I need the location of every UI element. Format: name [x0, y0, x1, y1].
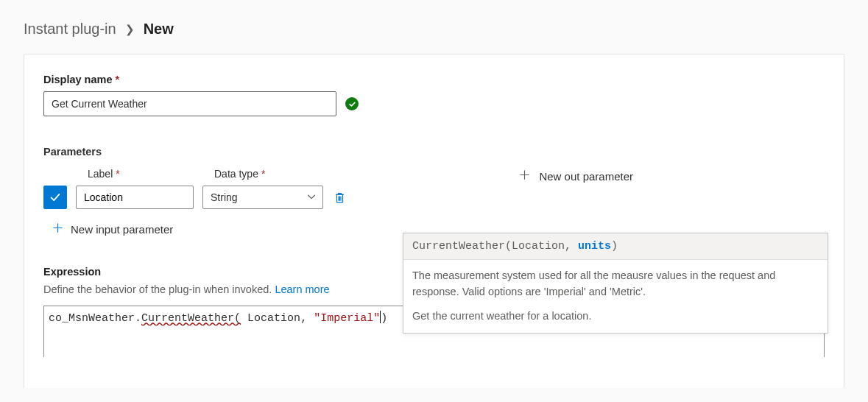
param-datatype-value: String [211, 191, 238, 203]
editor-panel: Display name* Parameters Label* Data typ… [24, 54, 844, 388]
breadcrumb: Instant plug-in ❯ New [24, 21, 844, 38]
learn-more-link[interactable]: Learn more [275, 283, 329, 295]
param-col-label: Label* [88, 168, 214, 180]
plus-icon [519, 169, 530, 183]
parameters-heading: Parameters [43, 146, 825, 158]
param-col-datatype: Data type* [214, 168, 341, 180]
param-label-input[interactable] [76, 186, 194, 209]
param-checkbox[interactable] [43, 186, 67, 209]
param-datatype-select[interactable]: String [202, 186, 323, 209]
breadcrumb-current: New [144, 21, 174, 38]
tooltip-signature: CurrentWeather(Location, units) [403, 233, 828, 260]
tooltip-function-description: Get the current weather for a location. [412, 308, 819, 324]
display-name-input[interactable] [43, 91, 336, 116]
check-circle-icon [345, 97, 359, 110]
add-input-param-label: New input parameter [71, 223, 173, 236]
display-name-label: Display name* [43, 74, 825, 85]
intellisense-tooltip: CurrentWeather(Location, units) The meas… [403, 233, 828, 334]
add-input-param-button[interactable]: New input parameter [52, 222, 173, 236]
chevron-right-icon: ❯ [125, 23, 135, 36]
plus-icon [52, 222, 63, 236]
add-out-param-label: New out parameter [539, 170, 633, 183]
delete-param-button[interactable] [332, 190, 347, 205]
tooltip-param-description: The measurement system used for all the … [412, 267, 819, 300]
chevron-down-icon [306, 191, 317, 204]
param-row: String [43, 186, 347, 209]
add-out-param-button[interactable]: New out parameter [519, 169, 633, 183]
breadcrumb-parent[interactable]: Instant plug-in [24, 21, 116, 38]
required-asterisk: * [116, 74, 120, 85]
